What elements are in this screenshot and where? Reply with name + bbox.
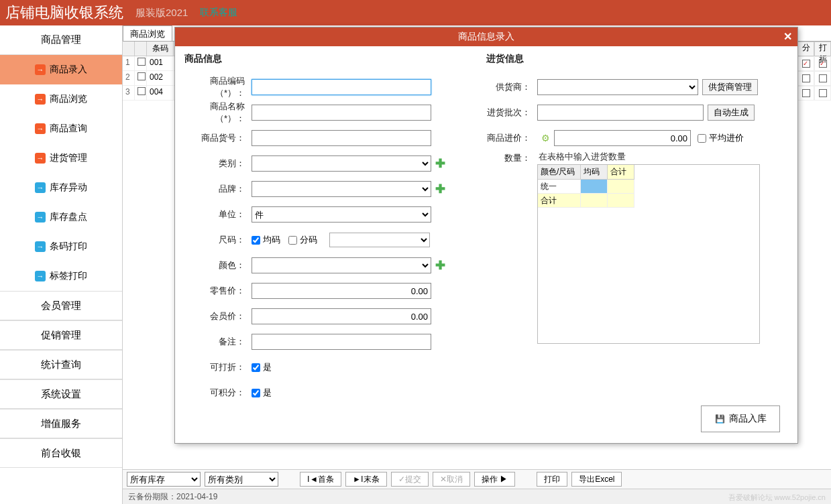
add-category-icon[interactable]: ✚ bbox=[435, 156, 445, 171]
tab-browse[interactable]: 商品浏览 bbox=[123, 25, 172, 41]
col-barcode: 条码 bbox=[147, 42, 174, 56]
remark-input[interactable] bbox=[252, 334, 431, 350]
qty-cell-total bbox=[608, 180, 634, 193]
submit-button[interactable]: 商品入库 bbox=[701, 405, 780, 432]
qty-cell[interactable] bbox=[581, 180, 608, 193]
sidebar-label: 条码打印 bbox=[50, 241, 87, 253]
operate-button[interactable]: 操作 ▶ bbox=[474, 472, 515, 487]
sidebar-item-purchase[interactable]: → 进货管理 bbox=[0, 143, 122, 173]
print-button[interactable]: 打印 bbox=[537, 472, 567, 487]
product-sku-input[interactable] bbox=[252, 130, 431, 146]
label-batch: 进货批次： bbox=[486, 107, 537, 119]
arrow-right-icon: → bbox=[35, 94, 46, 105]
checkbox[interactable] bbox=[802, 60, 810, 68]
arrow-right-icon: → bbox=[35, 64, 46, 75]
member-price-input[interactable] bbox=[252, 308, 431, 324]
status-bar: 云备份期限： 2021-04-19 吾爱破解论坛 www.52pojie.cn bbox=[123, 489, 831, 504]
cost-input[interactable] bbox=[554, 130, 691, 146]
auto-gen-button[interactable]: 自动生成 bbox=[708, 105, 755, 121]
label-size: 尺码： bbox=[184, 234, 252, 246]
col-discount: 打折 bbox=[814, 42, 831, 56]
stock-filter-select[interactable]: 所有库存 bbox=[127, 472, 201, 487]
sidebar-item-product-browse[interactable]: → 商品浏览 bbox=[0, 84, 122, 114]
sidebar-group-product[interactable]: 商品管理 bbox=[0, 25, 122, 55]
qty-col-total: 合计 bbox=[608, 165, 634, 179]
sidebar-group-member[interactable]: 会员管理 bbox=[0, 291, 122, 320]
status-value: 2021-04-19 bbox=[176, 492, 217, 501]
sidebar-item-barcode-print[interactable]: → 条码打印 bbox=[0, 232, 122, 261]
contact-link[interactable]: 联系客服 bbox=[200, 7, 237, 19]
avg-cost-label: 平均进价 bbox=[709, 132, 744, 144]
unit-select[interactable]: 件 bbox=[252, 206, 431, 223]
commit-button[interactable]: ✓提交 bbox=[391, 472, 429, 487]
status-label: 云备份期限： bbox=[128, 491, 176, 503]
row-checkbox[interactable] bbox=[137, 58, 146, 66]
discount-yes: 是 bbox=[263, 361, 272, 373]
product-name-input[interactable] bbox=[252, 105, 431, 121]
label-name: 商品名称（*）： bbox=[184, 101, 252, 125]
close-icon[interactable]: ✕ bbox=[783, 30, 792, 43]
product-entry-modal: 商品信息录入 ✕ 商品信息 商品编码（*）： 商品名称（*）： 商品货号： 类别… bbox=[174, 27, 798, 444]
label-unit: 单位： bbox=[184, 208, 252, 220]
size-select[interactable] bbox=[329, 233, 430, 247]
points-yes: 是 bbox=[263, 387, 272, 399]
sidebar-group-stats[interactable]: 统计查询 bbox=[0, 350, 122, 379]
col-check bbox=[135, 42, 147, 56]
modal-header: 商品信息录入 ✕ bbox=[175, 27, 797, 46]
category-select[interactable] bbox=[252, 155, 431, 172]
label-category: 类别： bbox=[184, 158, 252, 170]
checkbox[interactable] bbox=[819, 89, 827, 97]
add-brand-icon[interactable]: ✚ bbox=[435, 182, 445, 196]
checkbox[interactable] bbox=[819, 74, 827, 82]
arrow-right-icon: → bbox=[35, 182, 46, 193]
sidebar-label: 商品查询 bbox=[50, 123, 87, 135]
sidebar-group-promo[interactable]: 促销管理 bbox=[0, 320, 122, 350]
gear-icon[interactable]: ⚙ bbox=[541, 133, 550, 143]
sidebar-item-label-print[interactable]: → 标签打印 bbox=[0, 261, 122, 291]
points-checkbox[interactable] bbox=[252, 389, 260, 397]
sidebar-group-vas[interactable]: 增值服务 bbox=[0, 409, 122, 438]
sidebar-item-product-entry[interactable]: → 商品录入 bbox=[0, 55, 122, 84]
row-checkbox[interactable] bbox=[137, 72, 146, 80]
qty-cell-total bbox=[581, 194, 608, 207]
product-code-input[interactable] bbox=[252, 79, 431, 95]
label-brand: 品牌： bbox=[184, 183, 252, 195]
checkbox[interactable] bbox=[802, 89, 810, 97]
arrow-right-icon: → bbox=[35, 212, 46, 223]
col-points: 分 bbox=[797, 42, 814, 56]
sidebar-item-stock-count[interactable]: → 库存盘点 bbox=[0, 202, 122, 232]
col-index bbox=[123, 42, 135, 56]
qty-grid[interactable]: 颜色/尺码 均码 合计 统一 合计 bbox=[537, 164, 760, 344]
uniform-size-checkbox[interactable] bbox=[252, 236, 260, 245]
retail-price-input[interactable] bbox=[252, 283, 431, 299]
last-button[interactable]: ►ꓲ末条 bbox=[345, 472, 387, 487]
qty-row-uniform: 统一 bbox=[538, 180, 581, 193]
row-checkbox[interactable] bbox=[137, 87, 146, 95]
first-button[interactable]: ꓲ◄首条 bbox=[300, 472, 341, 487]
checkbox[interactable] bbox=[819, 60, 827, 68]
export-button[interactable]: 导出Excel bbox=[571, 472, 622, 487]
label-sku: 商品货号： bbox=[184, 132, 252, 144]
sidebar-label: 进货管理 bbox=[50, 152, 87, 164]
category-filter-select[interactable]: 所有类别 bbox=[205, 472, 278, 487]
cancel-button[interactable]: ✕取消 bbox=[433, 472, 470, 487]
avg-cost-checkbox[interactable] bbox=[698, 134, 706, 143]
checkbox[interactable] bbox=[802, 74, 810, 82]
add-color-icon[interactable]: ✚ bbox=[435, 258, 445, 273]
sidebar-item-product-search[interactable]: → 商品查询 bbox=[0, 114, 122, 143]
batch-input[interactable] bbox=[537, 105, 704, 121]
supplier-select[interactable] bbox=[537, 79, 698, 95]
brand-select[interactable] bbox=[252, 181, 431, 197]
section-title-purchase: 进货信息 bbox=[486, 53, 788, 65]
discount-checkbox[interactable] bbox=[252, 363, 260, 372]
sidebar-item-stock-move[interactable]: → 库存异动 bbox=[0, 173, 122, 202]
qty-cell-total bbox=[608, 194, 634, 207]
sidebar-group-settings[interactable]: 系统设置 bbox=[0, 379, 122, 409]
color-select[interactable] bbox=[252, 257, 431, 273]
supplier-mgmt-button[interactable]: 供货商管理 bbox=[702, 79, 758, 95]
sidebar: 商品管理 → 商品录入 → 商品浏览 → 商品查询 → 进货管理 → 库存异动 … bbox=[0, 25, 123, 504]
split-size-checkbox[interactable] bbox=[288, 236, 297, 245]
qty-row-total: 合计 bbox=[538, 194, 581, 207]
sidebar-label: 库存异动 bbox=[50, 182, 87, 194]
sidebar-group-pos[interactable]: 前台收银 bbox=[0, 438, 122, 468]
